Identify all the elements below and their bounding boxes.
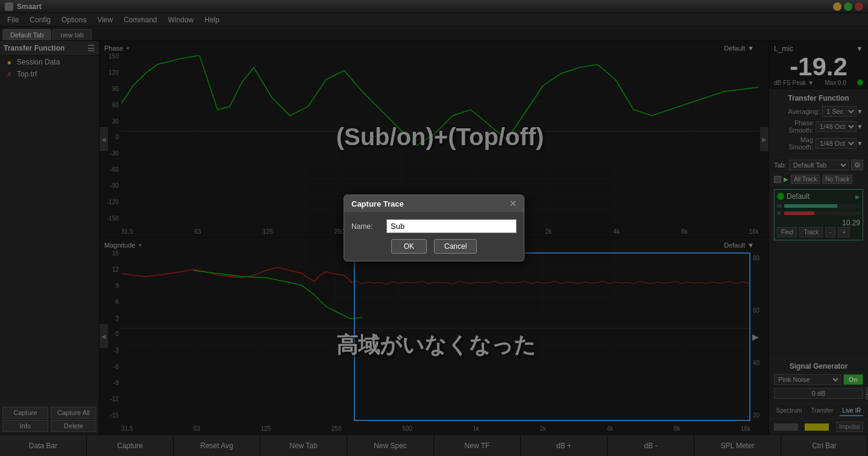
modal-close-button[interactable]: ✕ <box>509 199 517 208</box>
capture-trace-dialog: Capture Trace ✕ Name: OK Cancel <box>344 195 524 261</box>
modal-title-bar: Capture Trace ✕ <box>344 195 524 212</box>
modal-title: Capture Trace <box>351 199 404 208</box>
modal-name-row: Name: <box>351 219 517 233</box>
modal-cancel-button[interactable]: Cancel <box>434 239 477 254</box>
modal-overlay: Capture Trace ✕ Name: OK Cancel <box>0 0 868 456</box>
modal-buttons: OK Cancel <box>351 239 517 254</box>
modal-name-input[interactable] <box>386 219 517 233</box>
modal-ok-button[interactable]: OK <box>391 239 427 254</box>
modal-name-label: Name: <box>351 222 382 231</box>
modal-body: Name: OK Cancel <box>344 212 524 261</box>
